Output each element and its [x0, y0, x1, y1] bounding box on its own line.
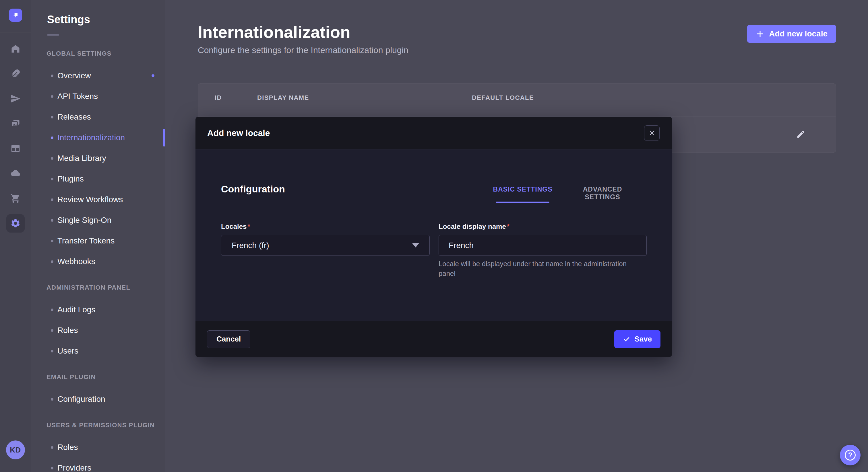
rail-divider [0, 32, 31, 32]
required-asterisk: * [247, 223, 250, 230]
close-button[interactable] [644, 125, 660, 141]
locales-select-value: French (fr) [231, 241, 269, 250]
add-locale-modal: Add new locale Configuration BASIC SETTI… [195, 117, 672, 357]
tab-advanced-settings[interactable]: ADVANCED SETTINGS [568, 185, 637, 201]
cloud-nav[interactable] [3, 161, 28, 186]
table-header-divider [198, 116, 836, 116]
pencil-icon [796, 129, 805, 140]
rail-bottom-divider [0, 429, 31, 429]
sidebar-item-media-library[interactable]: Media Library [31, 148, 165, 169]
bullet-icon [51, 95, 53, 98]
sidebar-item-admin-users[interactable]: Users [31, 341, 165, 361]
sidebar-item-review-workflows[interactable]: Review Workflows [31, 189, 165, 210]
tab-basic-settings[interactable]: BASIC SETTINGS [491, 185, 554, 194]
bullet-icon [51, 350, 53, 352]
content-manager-nav[interactable] [3, 136, 28, 161]
sidebar-item-transfer-tokens[interactable]: Transfer Tokens [31, 231, 165, 251]
page-title: Internationalization [198, 22, 350, 42]
home-nav[interactable] [3, 36, 28, 61]
gear-icon [6, 214, 25, 233]
bullet-icon [51, 219, 53, 222]
layout-icon [6, 139, 25, 158]
cancel-button[interactable]: Cancel [207, 330, 250, 348]
active-tab-underline [496, 202, 549, 203]
column-header-id: ID [215, 94, 222, 102]
locales-select[interactable]: French (fr) [221, 235, 430, 256]
add-new-locale-button[interactable]: Add new locale [747, 25, 836, 43]
rail-bottom: KD [0, 429, 31, 472]
rail-nav [3, 36, 28, 236]
strapi-logo[interactable] [9, 9, 22, 22]
section-label-administration-panel: ADMINISTRATION PANEL [31, 283, 165, 292]
icon-rail: KD [0, 0, 31, 472]
bullet-icon [51, 74, 53, 77]
sidebar-item-single-sign-on[interactable]: Single Sign-On [31, 210, 165, 231]
sidebar-item-overview[interactable]: Overview [31, 65, 165, 86]
edit-locale-button[interactable] [795, 128, 807, 140]
bullet-icon [51, 446, 53, 449]
sidebar-item-admin-roles[interactable]: Roles [31, 320, 165, 341]
bullet-icon [51, 308, 53, 311]
bullet-icon [51, 116, 53, 119]
feather-icon [6, 65, 25, 83]
section-label-email-plugin: EMAIL PLUGIN [31, 373, 165, 381]
modal-body: Configuration BASIC SETTINGS ADVANCED SE… [195, 150, 672, 321]
required-asterisk: * [507, 223, 509, 230]
bullet-icon [51, 467, 53, 469]
bullet-icon [51, 260, 53, 263]
section-label-users-permissions-plugin: USERS & PERMISSIONS PLUGIN [31, 421, 165, 429]
settings-subnav: Settings GLOBAL SETTINGS Overview API To… [31, 0, 165, 472]
sidebar-item-plugins[interactable]: Plugins [31, 169, 165, 189]
images-icon [6, 114, 25, 133]
content-type-builder-nav[interactable] [3, 61, 28, 86]
sidebar-item-up-roles[interactable]: Roles [31, 437, 165, 458]
column-header-display-name: DISPLAY NAME [257, 94, 309, 102]
display-name-hint: Locale will be displayed under that name… [439, 259, 634, 278]
strapi-logo-glyph [11, 11, 20, 20]
bullet-icon [51, 178, 53, 180]
modal-header: Add new locale [195, 117, 672, 149]
sidebar-item-audit-logs[interactable]: Audit Logs [31, 299, 165, 320]
sidebar-item-up-providers[interactable]: Providers [31, 458, 165, 472]
sidebar-item-webhooks[interactable]: Webhooks [31, 251, 165, 272]
bullet-icon [51, 240, 53, 242]
close-icon [649, 130, 655, 136]
bullet-icon [51, 198, 53, 201]
display-name-label: Locale display name* [439, 223, 509, 231]
tabs-divider [221, 203, 647, 203]
page-subtitle: Configure the settings for the Internati… [198, 45, 408, 55]
home-icon [6, 40, 25, 58]
user-avatar[interactable]: KD [6, 440, 25, 460]
sidebar-item-releases[interactable]: Releases [31, 107, 165, 127]
question-mark-icon: ? [845, 450, 856, 461]
notification-dot [152, 74, 154, 77]
cloud-icon [6, 164, 25, 183]
check-icon [623, 336, 630, 343]
marketplace-nav[interactable] [3, 186, 28, 211]
bullet-icon [51, 398, 53, 401]
settings-nav[interactable] [3, 211, 28, 236]
modal-title: Add new locale [207, 128, 270, 138]
sidebar-item-internationalization[interactable]: Internationalization [31, 127, 165, 148]
locales-label: Locales* [221, 223, 250, 231]
column-header-default-locale: DEFAULT LOCALE [472, 94, 534, 102]
bullet-icon [51, 157, 53, 160]
sidebar-item-api-tokens[interactable]: API Tokens [31, 86, 165, 107]
subnav-title: Settings [31, 0, 165, 26]
save-button[interactable]: Save [614, 330, 660, 348]
plus-icon [756, 30, 764, 38]
modal-footer: Cancel Save [195, 321, 672, 357]
subnav-title-underline [47, 34, 59, 36]
help-button[interactable]: ? [840, 445, 861, 465]
bullet-icon [51, 136, 53, 139]
media-library-nav[interactable] [3, 111, 28, 136]
section-label-global-settings: GLOBAL SETTINGS [31, 49, 165, 58]
chevron-down-icon [412, 243, 419, 247]
cart-icon [6, 189, 25, 208]
display-name-input[interactable] [439, 235, 647, 256]
paper-plane-icon [6, 90, 25, 108]
sidebar-item-email-configuration[interactable]: Configuration [31, 389, 165, 409]
bullet-icon [51, 329, 53, 332]
configuration-heading: Configuration [221, 183, 285, 195]
deploy-nav[interactable] [3, 86, 28, 111]
